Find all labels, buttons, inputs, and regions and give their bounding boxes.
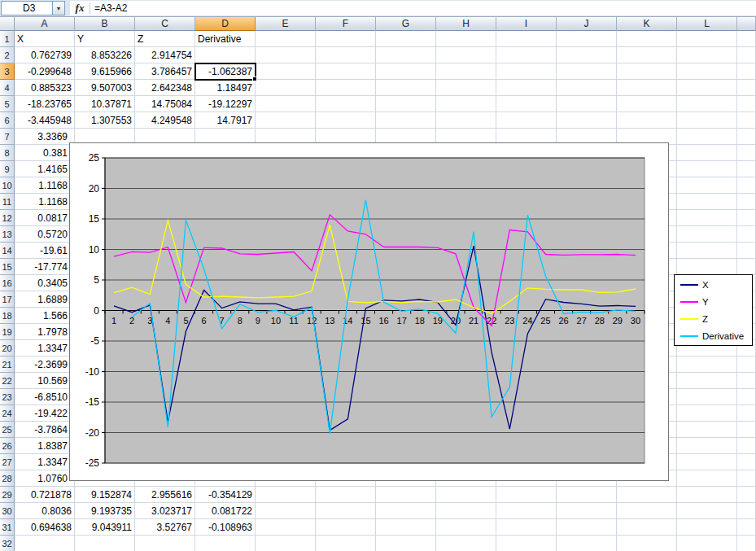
cell-K4[interactable] xyxy=(617,80,677,96)
cell-A27[interactable]: 1.3347 xyxy=(15,454,75,470)
legend-item-X[interactable]: X xyxy=(680,276,752,293)
cell-E30[interactable] xyxy=(256,503,316,519)
cell-G3[interactable] xyxy=(376,63,436,80)
cell-A28[interactable]: 1.0760 xyxy=(15,470,75,487)
cell-L11[interactable] xyxy=(677,194,737,210)
column-header-F[interactable]: F xyxy=(316,17,376,31)
cell-K5[interactable] xyxy=(617,96,677,112)
column-header-J[interactable]: J xyxy=(557,17,617,31)
cell-A6[interactable]: -3.445948 xyxy=(15,112,75,129)
cell-F6[interactable] xyxy=(316,112,376,129)
row-header-6[interactable]: 6 xyxy=(0,112,15,129)
cell-A24[interactable]: -19.422 xyxy=(15,405,75,422)
cell-C29[interactable]: 2.955616 xyxy=(135,487,195,503)
cell-A31[interactable]: 0.694638 xyxy=(15,519,75,536)
cell-J29[interactable] xyxy=(557,487,617,503)
cell-C3[interactable]: 3.786457 xyxy=(135,63,195,80)
cell-B2[interactable]: 8.853226 xyxy=(75,47,135,63)
cell-I3[interactable] xyxy=(496,63,557,80)
cell-A21[interactable]: -2.3699 xyxy=(15,356,75,373)
cell-L4[interactable] xyxy=(677,80,737,96)
cell-F29[interactable] xyxy=(316,487,376,503)
cell-A17[interactable]: 1.6889 xyxy=(15,291,75,308)
cell-F4[interactable] xyxy=(316,80,376,96)
row-header-4[interactable]: 4 xyxy=(0,80,15,96)
cell-K3[interactable] xyxy=(617,63,677,80)
cell-B30[interactable]: 9.193735 xyxy=(75,503,135,519)
row-header-23[interactable]: 23 xyxy=(0,389,15,405)
cell-J32[interactable] xyxy=(557,536,617,551)
column-header-A[interactable]: A xyxy=(15,17,75,31)
cell-E4[interactable] xyxy=(256,80,316,96)
cell-E6[interactable] xyxy=(256,112,316,129)
cell-K6[interactable] xyxy=(617,112,677,129)
cell-F1[interactable] xyxy=(316,31,376,47)
cell-A30[interactable]: 0.8036 xyxy=(15,503,75,519)
cell-H30[interactable] xyxy=(436,503,496,519)
cell-B5[interactable]: 10.37871 xyxy=(75,96,135,112)
cell-L22[interactable] xyxy=(677,373,737,389)
cell-A1[interactable]: X xyxy=(15,31,75,47)
cell-L29[interactable] xyxy=(677,487,737,503)
row-header-32[interactable]: 32 xyxy=(0,536,15,551)
cell-K1[interactable] xyxy=(617,31,677,47)
row-header-29[interactable]: 29 xyxy=(0,487,15,503)
cell-I2[interactable] xyxy=(496,47,557,63)
row-header-21[interactable]: 21 xyxy=(0,356,15,373)
cell-K29[interactable] xyxy=(617,487,677,503)
cell-A15[interactable]: -17.774 xyxy=(15,259,75,275)
cell-I31[interactable] xyxy=(496,519,557,536)
cell-K32[interactable] xyxy=(617,536,677,551)
cell-F2[interactable] xyxy=(316,47,376,63)
row-header-16[interactable]: 16 xyxy=(0,275,15,291)
chart-legend[interactable]: XYZDerivative xyxy=(674,274,753,346)
cell-A32[interactable] xyxy=(15,536,75,551)
cell-E3[interactable] xyxy=(256,63,316,80)
cell-L12[interactable] xyxy=(677,210,737,226)
legend-item-Y[interactable]: Y xyxy=(680,293,752,310)
cell-G32[interactable] xyxy=(376,536,436,551)
cell-C6[interactable]: 4.249548 xyxy=(135,112,195,129)
cell-A16[interactable]: 0.3405 xyxy=(15,275,75,291)
cell-D3[interactable]: -1.062387 xyxy=(195,63,256,80)
cell-L10[interactable] xyxy=(677,177,737,194)
cell-A14[interactable]: -19.61 xyxy=(15,243,75,259)
cell-J2[interactable] xyxy=(557,47,617,63)
row-header-14[interactable]: 14 xyxy=(0,243,15,259)
legend-item-Derivative[interactable]: Derivative xyxy=(680,327,752,344)
row-header-20[interactable]: 20 xyxy=(0,340,15,356)
row-header-2[interactable]: 2 xyxy=(0,47,15,63)
cell-H32[interactable] xyxy=(436,536,496,551)
cell-E1[interactable] xyxy=(256,31,316,47)
cell-L14[interactable] xyxy=(677,243,737,259)
row-header-8[interactable]: 8 xyxy=(0,145,15,161)
cell-F3[interactable] xyxy=(316,63,376,80)
row-header-5[interactable]: 5 xyxy=(0,96,15,112)
cell-A13[interactable]: 0.5720 xyxy=(15,226,75,243)
formula-input[interactable]: =A3-A2 xyxy=(94,2,756,14)
cell-H5[interactable] xyxy=(436,96,496,112)
cell-L23[interactable] xyxy=(677,389,737,405)
cell-H29[interactable] xyxy=(436,487,496,503)
cell-L3[interactable] xyxy=(677,63,737,80)
cell-B29[interactable]: 9.152874 xyxy=(75,487,135,503)
cell-L6[interactable] xyxy=(677,112,737,129)
row-header-25[interactable]: 25 xyxy=(0,422,15,438)
cell-B4[interactable]: 9.507003 xyxy=(75,80,135,96)
cell-K30[interactable] xyxy=(617,503,677,519)
cell-F31[interactable] xyxy=(316,519,376,536)
cell-F5[interactable] xyxy=(316,96,376,112)
cell-L1[interactable] xyxy=(677,31,737,47)
cell-I5[interactable] xyxy=(496,96,557,112)
cell-J31[interactable] xyxy=(557,519,617,536)
row-header-31[interactable]: 31 xyxy=(0,519,15,536)
cell-B1[interactable]: Y xyxy=(75,31,135,47)
row-header-10[interactable]: 10 xyxy=(0,177,15,194)
cell-B31[interactable]: 9.043911 xyxy=(75,519,135,536)
cell-J3[interactable] xyxy=(557,63,617,80)
cell-L2[interactable] xyxy=(677,47,737,63)
cell-F30[interactable] xyxy=(316,503,376,519)
cell-C1[interactable]: Z xyxy=(135,31,195,47)
cell-L26[interactable] xyxy=(677,438,737,454)
cell-A8[interactable]: 0.381 xyxy=(15,145,75,161)
